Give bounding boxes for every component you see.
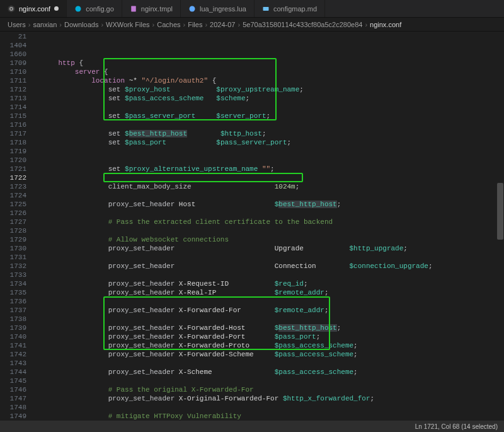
code-line[interactable]: proxy_set_header Upgrade $http_upgrade; (42, 244, 504, 253)
svg-rect-3 (263, 7, 268, 11)
chevron-right-icon: › (365, 21, 367, 28)
code-line[interactable]: location ~* "^/login/oauth2" { (42, 76, 504, 85)
code-area[interactable]: http { server { location ~* "^/login/oau… (35, 32, 504, 421)
line-number: 1710 (4, 67, 26, 76)
line-number: 1723 (4, 182, 26, 191)
code-line[interactable]: proxy_set_header X-Real-IP $remote_addr; (42, 288, 504, 297)
code-line[interactable]: proxy_set_header X-Forwarded-Port $pass_… (42, 332, 504, 341)
code-line[interactable]: proxy_set_header Connection $connection_… (42, 262, 504, 271)
line-number: 1737 (4, 306, 26, 315)
tab-label: nginx.tmpl (141, 5, 173, 13)
breadcrumb-item[interactable]: nginx.conf (370, 21, 401, 28)
line-number: 1728 (4, 226, 26, 235)
code-line[interactable] (42, 315, 504, 324)
code-line[interactable]: proxy_set_header Host $best_http_host; (42, 200, 504, 209)
editor-tabs: nginx.confconfig.gonginx.tmpllua_ingress… (0, 0, 504, 18)
code-line[interactable]: proxy_set_header X-Original-Forwarded-Fo… (42, 394, 504, 403)
code-line[interactable]: # mitigate HTTPoxy Vulnerability (42, 412, 504, 421)
chevron-right-icon: › (238, 21, 240, 28)
code-line[interactable]: set $pass_server_port $server_port; (42, 112, 504, 120)
code-line[interactable]: set $proxy_alternative_upstream_name ""; (42, 165, 504, 173)
status-bar: Ln 1721, Col 68 (14 selected) (0, 421, 504, 432)
line-number: 21 (4, 32, 26, 41)
line-number: 1735 (4, 288, 26, 297)
gutter: 2114041660170917101711171217131714171517… (0, 32, 35, 421)
line-number: 1741 (4, 341, 26, 350)
line-number: 1718 (4, 138, 26, 147)
line-number: 1720 (4, 156, 26, 165)
code-line[interactable] (42, 147, 504, 156)
breadcrumb-item[interactable]: 5e70a31580114c433cf80a5c2c280e84 (243, 21, 362, 28)
code-line[interactable] (42, 271, 504, 279)
chevron-right-icon: › (205, 21, 207, 28)
line-number: 1729 (4, 235, 26, 244)
line-number: 1738 (4, 315, 26, 324)
line-number: 1712 (4, 85, 26, 94)
tab-config-go[interactable]: config.go (67, 0, 122, 17)
line-number: 1734 (4, 279, 26, 288)
line-number: 1727 (4, 218, 26, 226)
code-editor[interactable]: 2114041660170917101711171217131714171517… (0, 32, 504, 421)
code-line[interactable]: # Pass the extracted client certificate … (42, 218, 504, 226)
svg-point-2 (189, 6, 195, 11)
tab-nginx-conf[interactable]: nginx.conf (0, 0, 67, 17)
code-line[interactable] (42, 103, 504, 112)
code-line[interactable]: set $best_http_host $http_host; (42, 129, 504, 138)
code-line[interactable] (42, 253, 504, 262)
breadcrumb-item[interactable]: 2024-07 (210, 21, 235, 28)
code-line[interactable]: proxy_set_header X-Forwarded-Proto $pass… (42, 341, 504, 350)
code-line[interactable]: proxy_set_header X-Request-ID $req_id; (42, 279, 504, 288)
tab-label: config.go (86, 5, 114, 13)
line-number: 1721 (4, 165, 26, 173)
code-line[interactable]: client_max_body_size 1024m; (42, 182, 504, 191)
breadcrumb-item[interactable]: Files (188, 21, 202, 28)
line-number: 1731 (4, 253, 26, 262)
chevron-right-icon: › (101, 21, 103, 28)
code-line[interactable]: http { (42, 59, 504, 67)
line-number: 1730 (4, 244, 26, 253)
code-line[interactable]: proxy_set_header X-Forwarded-Scheme $pas… (42, 350, 504, 359)
line-number: 1749 (4, 412, 26, 421)
code-line[interactable] (42, 297, 504, 306)
line-number: 1739 (4, 324, 26, 332)
code-line[interactable]: server { (42, 67, 504, 76)
breadcrumb: Users›sanxian›Downloads›WXWork Files›Cac… (0, 18, 504, 32)
line-number: 1745 (4, 377, 26, 385)
code-line[interactable] (42, 359, 504, 368)
code-line[interactable] (42, 226, 504, 235)
tab-configmap-md[interactable]: configmap.md (255, 0, 325, 17)
code-line[interactable]: set $pass_access_scheme $scheme; (42, 94, 504, 103)
line-number: 1724 (4, 191, 26, 200)
line-number: 1748 (4, 403, 26, 412)
code-line[interactable]: set $proxy_host $proxy_upstream_name; (42, 85, 504, 94)
code-line[interactable] (42, 377, 504, 385)
code-line[interactable]: set $pass_port $pass_server_port; (42, 138, 504, 147)
code-line[interactable] (42, 173, 504, 182)
line-number: 1732 (4, 262, 26, 271)
breadcrumb-item[interactable]: sanxian (33, 21, 57, 28)
code-line[interactable]: proxy_set_header X-Scheme $pass_access_s… (42, 368, 504, 377)
line-number: 1717 (4, 129, 26, 138)
code-line[interactable] (42, 120, 504, 129)
code-line[interactable]: proxy_set_header X-Forwarded-For $remote… (42, 306, 504, 315)
breadcrumb-item[interactable]: Caches (157, 21, 180, 28)
breadcrumb-item[interactable]: Users (8, 21, 26, 28)
line-number: 1742 (4, 350, 26, 359)
line-number: 1719 (4, 147, 26, 156)
code-line[interactable] (42, 191, 504, 200)
tab-nginx-tmpl[interactable]: nginx.tmpl (122, 0, 181, 17)
code-line[interactable]: # Pass the original X-Forwarded-For (42, 385, 504, 394)
line-number: 1744 (4, 368, 26, 377)
code-line[interactable]: # Allow websocket connections (42, 235, 504, 244)
line-number: 1660 (4, 50, 26, 59)
code-line[interactable] (42, 403, 504, 412)
code-line[interactable] (42, 209, 504, 218)
tab-lua_ingress-lua[interactable]: lua_ingress.lua (181, 0, 255, 17)
code-line[interactable] (42, 156, 504, 165)
code-line[interactable]: proxy_set_header X-Forwarded-Host $best_… (42, 324, 504, 332)
breadcrumb-item[interactable]: WXWork Files (106, 21, 149, 28)
breadcrumb-item[interactable]: Downloads (64, 21, 98, 28)
dirty-indicator-icon (54, 6, 59, 11)
line-number: 1726 (4, 209, 26, 218)
line-number: 1714 (4, 103, 26, 112)
